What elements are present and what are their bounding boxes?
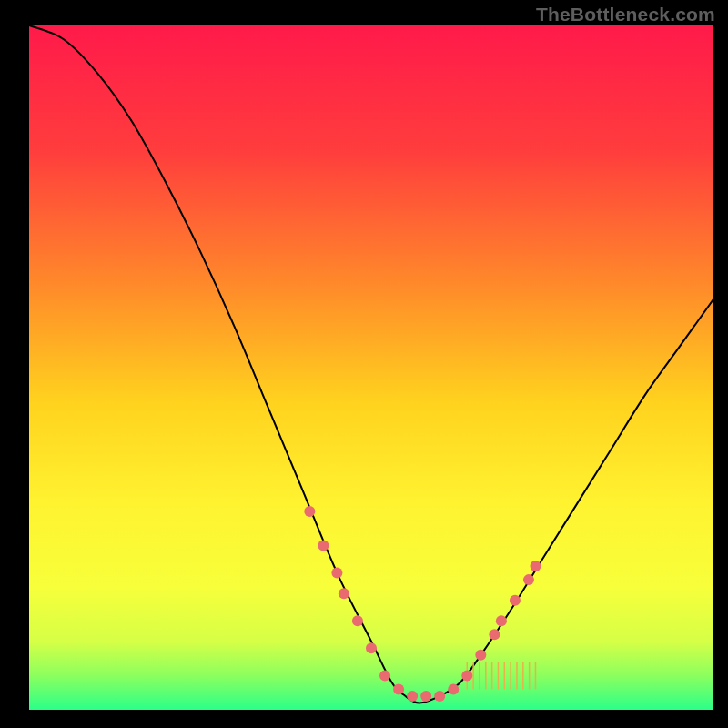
svg-point-22	[420, 691, 431, 702]
svg-point-26	[475, 650, 486, 661]
svg-rect-0	[29, 25, 713, 710]
svg-point-28	[496, 615, 507, 626]
svg-point-31	[530, 561, 541, 571]
svg-point-23	[434, 691, 445, 702]
svg-point-19	[379, 670, 390, 681]
watermark-text: TheBottleneck.com	[536, 4, 715, 25]
svg-point-30	[523, 574, 534, 585]
svg-point-27	[489, 629, 500, 640]
svg-point-14	[318, 541, 329, 551]
svg-point-13	[304, 506, 315, 517]
svg-point-16	[339, 588, 349, 599]
svg-point-20	[393, 683, 404, 694]
chart-plot-area	[29, 25, 713, 710]
svg-point-25	[461, 670, 472, 681]
chart-svg	[29, 25, 713, 710]
svg-point-24	[448, 683, 459, 694]
chart-container: TheBottleneck.com	[0, 0, 728, 728]
svg-point-17	[352, 615, 363, 626]
svg-point-18	[366, 642, 377, 653]
svg-point-15	[331, 568, 342, 579]
svg-point-29	[510, 595, 521, 606]
svg-point-21	[407, 691, 418, 702]
